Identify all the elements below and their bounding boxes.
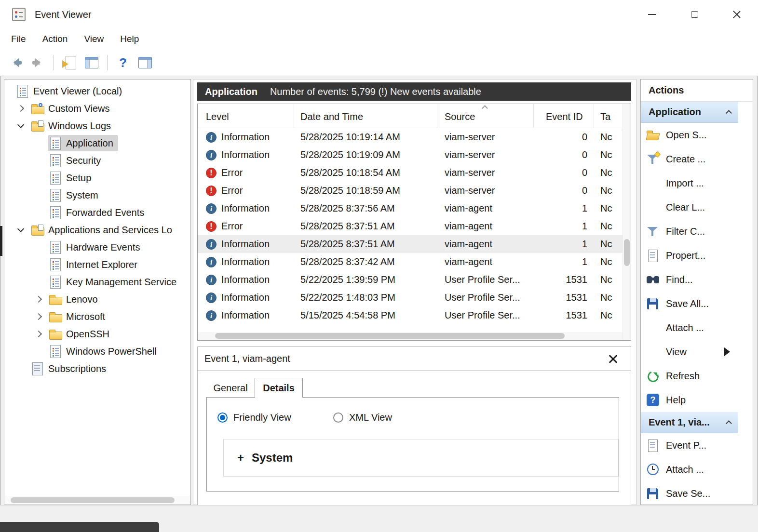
column-header-event-id[interactable]: Event ID [534, 104, 594, 128]
tree-item-body[interactable]: Custom Views [30, 100, 114, 117]
tree-item-custom-views[interactable]: Custom Views [4, 100, 190, 117]
event-row-9[interactable]: Information 5/22/2025 1:39:59 PM User Pr… [198, 271, 623, 289]
tree-item-body[interactable]: System [48, 187, 103, 203]
friendly-view-radio[interactable]: Friendly View [217, 412, 291, 423]
tree-item-event-viewer-local[interactable]: Event Viewer (Local) [4, 82, 190, 100]
tree-item-openssh[interactable]: OpenSSH [4, 325, 190, 343]
tree-item-body[interactable]: Key Management Service [48, 274, 181, 290]
column-header-source[interactable]: Source [437, 104, 534, 128]
show-action-pane-button[interactable] [134, 52, 156, 73]
tree-item-applications-and-services-lo[interactable]: Applications and Services Lo [4, 221, 190, 239]
action-save-all[interactable]: Save All... [641, 292, 738, 316]
expander-icon[interactable] [30, 273, 48, 291]
tree-item-key-management-service[interactable]: Key Management Service [4, 273, 190, 291]
tree-item-body[interactable]: Security [48, 152, 106, 169]
show-console-tree-button[interactable] [81, 52, 103, 73]
action-save-se[interactable]: Save Se... [641, 481, 738, 505]
system-node-label[interactable]: System [252, 451, 293, 465]
forward-button[interactable] [27, 52, 49, 73]
actions-section-event-1-via[interactable]: Event 1, via... [641, 412, 738, 433]
tree-item-hardware-events[interactable]: Hardware Events [4, 239, 190, 256]
expander-icon[interactable] [30, 204, 48, 221]
tree-item-application[interactable]: Application [4, 134, 190, 152]
expander-icon[interactable] [30, 308, 48, 325]
tree-item-internet-explorer[interactable]: Internet Explorer [4, 256, 190, 273]
minimize-button[interactable] [631, 0, 673, 29]
menu-view[interactable]: View [76, 31, 112, 47]
detail-close-icon[interactable] [608, 354, 618, 364]
event-row-6[interactable]: Error 5/28/2025 8:37:51 AM viam-agent 1 … [198, 217, 623, 235]
tree-horizontal-scrollbar[interactable] [5, 496, 190, 505]
action-find[interactable]: Find... [641, 267, 738, 292]
action-open-s[interactable]: Open S... [641, 123, 738, 147]
tree-item-body[interactable]: Windows PowerShell [48, 343, 162, 359]
table-horizontal-scrollbar[interactable] [198, 332, 623, 340]
tree-item-microsoft[interactable]: Microsoft [4, 308, 190, 325]
action-view[interactable]: View [641, 340, 738, 364]
tree-item-body[interactable]: Application [48, 135, 118, 151]
action-help[interactable]: Help [641, 388, 738, 412]
expander-icon[interactable] [30, 186, 48, 204]
menu-action[interactable]: Action [34, 31, 76, 47]
event-row-8[interactable]: Information 5/28/2025 8:37:42 AM viam-ag… [198, 253, 623, 271]
event-row-5[interactable]: Information 5/28/2025 8:37:56 AM viam-ag… [198, 200, 623, 217]
expander-icon[interactable] [30, 325, 48, 343]
tree-item-body[interactable]: Subscriptions [30, 360, 111, 377]
event-row-7[interactable]: Information 5/28/2025 8:37:51 AM viam-ag… [198, 235, 623, 253]
tree-item-body[interactable]: Microsoft [48, 308, 110, 325]
event-row-2[interactable]: Information 5/28/2025 10:19:09 AM viam-s… [198, 146, 623, 164]
tree-item-windows-logs[interactable]: Windows Logs [4, 117, 190, 134]
actions-section-application[interactable]: Application [641, 102, 738, 123]
tree-item-body[interactable]: Internet Explorer [48, 256, 142, 273]
action-attach[interactable]: Attach ... [641, 316, 738, 340]
action-event-p[interactable]: Event P... [641, 433, 738, 457]
scrollbar-thumb[interactable] [11, 497, 175, 503]
tree-item-system[interactable]: System [4, 186, 190, 204]
expander-icon[interactable] [30, 152, 48, 169]
close-button[interactable] [716, 0, 758, 29]
tree-item-body[interactable]: Event Viewer (Local) [15, 83, 127, 99]
tree-item-forwarded-events[interactable]: Forwarded Events [4, 204, 190, 221]
tree-item-subscriptions[interactable]: Subscriptions [4, 360, 190, 377]
tree-item-security[interactable]: Security [4, 152, 190, 169]
tree-item-body[interactable]: Lenovo [48, 291, 103, 307]
help-button[interactable]: ? [112, 52, 134, 73]
xml-view-radio[interactable]: XML View [333, 412, 392, 423]
event-row-10[interactable]: Information 5/22/2025 1:48:03 PM User Pr… [198, 289, 623, 306]
event-row-4[interactable]: Error 5/28/2025 10:18:59 AM viam-server … [198, 182, 623, 200]
column-header-date-and-time[interactable]: Date and Time [294, 104, 437, 128]
column-header-level[interactable]: Level [198, 104, 294, 128]
tree-item-windows-powershell[interactable]: Windows PowerShell [4, 343, 190, 360]
menu-file[interactable]: File [3, 31, 34, 47]
column-header-task-category[interactable]: Ta [594, 104, 623, 128]
action-create[interactable]: Create ... [641, 147, 738, 171]
collapse-section-icon[interactable] [726, 110, 732, 116]
expander-icon[interactable] [12, 117, 30, 134]
tree-item-setup[interactable]: Setup [4, 169, 190, 186]
tree-item-body[interactable]: Setup [48, 170, 96, 186]
maximize-button[interactable] [673, 0, 716, 29]
table-vertical-scrollbar[interactable] [623, 104, 631, 340]
event-row-11[interactable]: Information 5/15/2025 4:54:58 PM User Pr… [198, 306, 623, 322]
action-import[interactable]: Import ... [641, 171, 738, 195]
expander-icon[interactable] [30, 134, 48, 152]
expander-icon[interactable] [30, 169, 48, 186]
menu-help[interactable]: Help [112, 31, 147, 47]
action-attach[interactable]: Attach ... [641, 457, 738, 481]
tree-item-body[interactable]: Hardware Events [48, 239, 145, 255]
expander-icon[interactable] [12, 221, 30, 239]
action-propert[interactable]: Propert... [641, 243, 738, 267]
export-list-button[interactable] [58, 52, 81, 73]
action-clear-l[interactable]: Clear L... [641, 195, 738, 219]
expander-icon[interactable] [30, 291, 48, 308]
expander-icon[interactable] [30, 239, 48, 256]
tree-item-body[interactable]: OpenSSH [48, 326, 114, 342]
event-row-1[interactable]: Information 5/28/2025 10:19:14 AM viam-s… [198, 128, 623, 146]
expand-system-node-icon[interactable]: + [237, 451, 244, 465]
expander-icon[interactable] [30, 343, 48, 360]
tab-details[interactable]: Details [255, 378, 303, 398]
scrollbar-thumb[interactable] [215, 333, 565, 339]
scrollbar-thumb[interactable] [624, 239, 630, 266]
collapse-section-icon[interactable] [726, 420, 732, 426]
tree-item-lenovo[interactable]: Lenovo [4, 291, 190, 308]
